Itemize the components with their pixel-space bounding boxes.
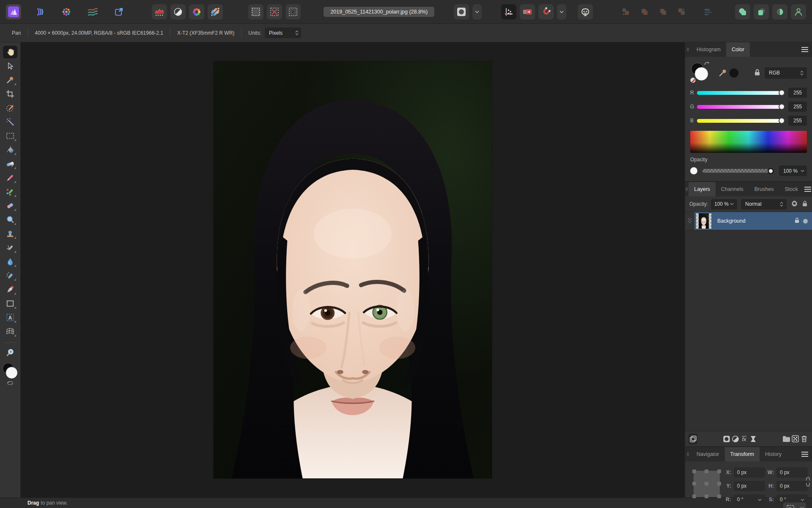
zoom-tool[interactable] [3,346,17,359]
tab-layers[interactable]: Layers [689,182,716,196]
group-layers-button[interactable] [782,433,791,444]
primary-color-well[interactable] [694,67,708,81]
blur-tool[interactable] [3,255,17,268]
h-field[interactable]: 0 px [776,481,808,491]
link-dimensions-icon[interactable] [806,477,810,488]
undo-brush-tool[interactable] [3,241,17,254]
lock-icon[interactable] [754,69,760,77]
panel-menu-icon[interactable] [798,447,812,461]
selection-brush-tool[interactable] [3,102,17,114]
live-filter-button[interactable]: fx [740,433,749,444]
text-tool[interactable]: A [3,311,17,324]
layers-empty-area[interactable] [685,230,812,431]
swap-colors-icon[interactable] [6,381,14,387]
tab-color[interactable]: Color [726,42,750,57]
delete-layer-button[interactable] [800,433,809,444]
move-tool[interactable] [3,60,17,72]
x-field[interactable]: 0 px [734,467,765,478]
boolean-intersect-button[interactable] [772,4,787,19]
layer-thumbnail[interactable] [696,213,711,229]
export-persona-button[interactable] [111,4,126,19]
red-channel-slider[interactable] [697,91,784,95]
foreground-color-swatch[interactable] [5,367,18,379]
account-button[interactable] [791,4,806,19]
lock-icon[interactable] [802,200,808,208]
tone-mapping-persona-button[interactable] [85,4,100,19]
r-field[interactable]: 0 ° [734,494,765,505]
move-to-front-button[interactable] [674,4,689,19]
tab-brushes[interactable]: Brushes [749,182,779,196]
tab-stock[interactable]: Stock [779,182,804,196]
layer-row-background[interactable]: Background [685,212,812,230]
quick-mask-options-chevron[interactable] [472,4,482,19]
paint-brush-tool[interactable] [3,171,17,184]
alignment-button[interactable] [700,4,716,19]
opacity-value-select[interactable]: 100 % [779,166,807,176]
gear-icon[interactable] [791,200,798,208]
slider-knob[interactable] [779,104,785,110]
color-mode-select[interactable]: RGB [765,67,807,79]
blemish-removal-tool[interactable] [3,213,17,226]
rectangle-tool[interactable] [3,297,17,310]
color-picker-tool[interactable] [3,74,17,86]
smudge-tool[interactable] [3,269,17,282]
color-picker-icon[interactable] [718,67,728,79]
red-channel-value[interactable]: 255 [788,88,807,98]
document-title[interactable]: 2019_0525_11421300_polarr.jpg (28.8%) [324,7,434,17]
color-replacement-brush-tool[interactable] [3,185,17,198]
tab-navigator[interactable]: Navigator [691,447,725,461]
blend-mode-select[interactable]: Normal [741,199,787,210]
flood-select-tool[interactable] [3,116,17,128]
erase-brush-tool[interactable] [3,199,17,212]
no-color-icon[interactable] [690,77,696,83]
liquify-persona-button[interactable] [32,4,47,19]
crop-tool[interactable] [3,88,17,100]
select-all-button[interactable] [248,4,263,19]
quick-mask-button[interactable] [454,4,469,19]
auto-levels-button[interactable] [152,4,167,19]
panel-drag-handle[interactable]: ‖ [685,182,689,196]
slider-knob[interactable] [768,168,774,174]
boolean-add-button[interactable] [735,4,750,19]
adjustment-layer-button[interactable] [731,433,740,444]
show-grid-button[interactable] [501,4,516,19]
opacity-swatch[interactable] [690,167,697,174]
panel-menu-icon[interactable] [804,182,812,196]
mesh-warp-tool[interactable] [3,325,17,338]
y-field[interactable]: 0 px [734,481,765,491]
panel-drag-handle[interactable]: ‖ [685,447,691,461]
pen-tool[interactable] [3,283,17,296]
slider-knob[interactable] [779,90,785,96]
slider-knob[interactable] [779,118,785,124]
assistant-button[interactable] [578,4,593,19]
transform-mode-chevron[interactable] [798,502,806,508]
w-field[interactable]: 0 px [776,467,808,478]
swap-colors-icon[interactable] [704,61,710,67]
gradient-tool[interactable] [3,157,17,170]
auto-contrast-button[interactable] [170,4,186,19]
develop-persona-button[interactable] [59,4,74,19]
flood-fill-tool[interactable] [3,144,17,156]
mask-layer-button[interactable] [722,433,731,444]
tab-channels[interactable]: Channels [716,182,749,196]
blue-channel-value[interactable]: 255 [788,116,807,126]
tab-transform[interactable]: Transform [725,447,760,461]
auto-colour-button[interactable] [189,4,204,19]
view-tool[interactable] [3,46,17,58]
snapping-button[interactable] [538,4,554,19]
deselect-button[interactable] [267,4,282,19]
clone-stamp-tool[interactable] [3,227,17,240]
move-forward-one-button[interactable] [656,4,671,19]
color-swatches[interactable] [3,363,18,380]
picked-color-well[interactable] [729,68,739,78]
invert-selection-button[interactable] [285,4,301,19]
auto-white-balance-button[interactable] [208,4,223,19]
transform-anchor-selector[interactable] [694,471,720,497]
panel-drag-handle[interactable]: ‖ [685,42,691,57]
photo-persona-button[interactable] [6,4,21,19]
tab-history[interactable]: History [760,447,787,461]
opacity-slider[interactable] [702,169,774,173]
snapping-options-chevron[interactable] [557,4,566,19]
move-back-one-button[interactable] [637,4,652,19]
edit-all-layers-button[interactable] [689,433,697,444]
